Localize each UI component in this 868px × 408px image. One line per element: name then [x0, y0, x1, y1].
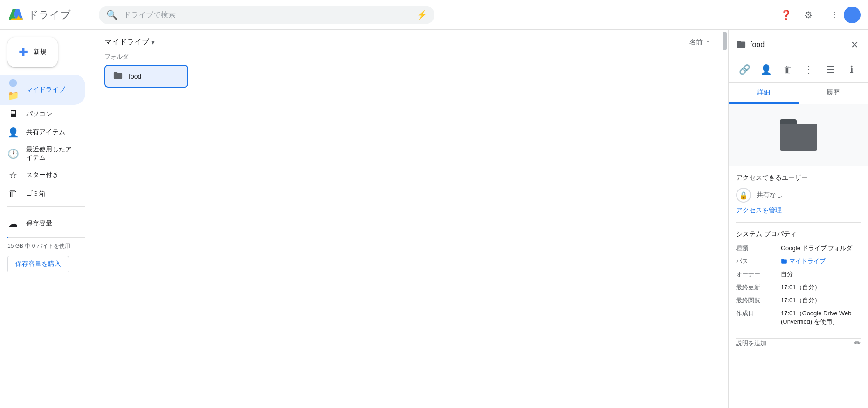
- list-view-button[interactable]: ☰: [821, 60, 839, 79]
- prop-label-created: 作成日: [736, 309, 773, 326]
- sidebar-item-my-drive[interactable]: 📁 マイドライブ: [0, 75, 85, 105]
- sidebar-item-storage[interactable]: ☁ 保存容量: [7, 214, 78, 233]
- sort-label[interactable]: 名前: [689, 38, 703, 47]
- prop-row-modified: 最終更新 17:01（自分）: [736, 283, 861, 292]
- scroll-bar[interactable]: [721, 30, 728, 408]
- storage-label: 保存容量: [26, 219, 52, 228]
- apps-button[interactable]: ⋮⋮: [821, 6, 840, 24]
- sidebar-item-shared[interactable]: 👤 共有アイテム: [0, 123, 85, 142]
- share-link-button[interactable]: 🔗: [736, 60, 754, 79]
- delete-button[interactable]: 🗑: [779, 60, 797, 79]
- access-section: アクセスできるユーザー 🔒 共有なし アクセスを管理: [729, 166, 868, 222]
- main-layout: ✚ 新規 📁 マイドライブ 🖥 パソコン 👤 共有アイテム 🕐 最近使用したアイ…: [0, 30, 868, 408]
- breadcrumb-text: マイドライブ: [104, 37, 149, 47]
- more-options-button[interactable]: ⋮: [800, 60, 818, 79]
- prop-label-modified: 最終更新: [736, 283, 773, 292]
- sidebar-item-label: 最近使用したアイテム: [26, 145, 78, 162]
- prop-label-type: 種類: [736, 244, 773, 252]
- prop-value-type: Google ドライブ フォルダ: [781, 244, 861, 252]
- edit-description-button[interactable]: ✏: [854, 339, 861, 347]
- filter-icon[interactable]: ⚡: [417, 10, 427, 20]
- sidebar-item-trash[interactable]: 🗑 ゴミ箱: [0, 184, 85, 203]
- tab-history[interactable]: 履歴: [799, 83, 868, 104]
- folder-icon: [113, 70, 123, 82]
- right-panel: food ✕ 🔗 👤 🗑 ⋮ ☰ ℹ 詳細 履歴 アクセスできるユーザー 🔒: [728, 30, 868, 408]
- right-panel-folder-icon: [736, 39, 746, 51]
- recent-icon: 🕐: [7, 148, 19, 159]
- new-button[interactable]: ✚ 新規: [7, 37, 58, 67]
- sidebar-item-recent[interactable]: 🕐 最近使用したアイテム: [0, 142, 85, 166]
- prop-value-owner: 自分: [781, 270, 861, 279]
- sort-controls: 名前 ↑: [689, 38, 710, 47]
- right-panel-toolbar: 🔗 👤 🗑 ⋮ ☰ ℹ: [729, 56, 868, 83]
- folder-preview: [780, 119, 817, 151]
- right-panel-title: food: [750, 41, 765, 49]
- description-row: 説明を追加 ✏: [736, 339, 861, 347]
- drive-logo-icon: [7, 7, 24, 23]
- lock-icon: 🔒: [736, 188, 751, 203]
- prop-label-viewed: 最終閲覧: [736, 296, 773, 305]
- breadcrumb[interactable]: マイドライブ ▾: [104, 37, 155, 47]
- search-bar[interactable]: 🔍 ⚡: [99, 6, 434, 24]
- storage-usage-text: 15 GB 中 0 バイトを使用: [7, 242, 85, 250]
- search-icon: 🔍: [106, 9, 118, 20]
- folder-grid: food: [93, 65, 721, 88]
- add-person-button[interactable]: 👤: [758, 60, 775, 79]
- sidebar-item-label: パソコン: [26, 110, 52, 118]
- sidebar-item-label: ゴミ箱: [26, 190, 46, 198]
- shared-icon: 👤: [7, 127, 19, 138]
- content-area: マイドライブ ▾ 名前 ↑ フォルダ food: [93, 30, 721, 408]
- header-icons: ❓ ⚙ ⋮⋮: [777, 6, 861, 24]
- new-button-label: 新規: [34, 48, 47, 56]
- prop-value-created: 17:01（Google Drive Web (Unverified) を使用）: [781, 309, 861, 326]
- prop-value-path: マイドライブ: [781, 257, 861, 265]
- prop-label-owner: オーナー: [736, 270, 773, 279]
- tab-details[interactable]: 詳細: [729, 83, 799, 104]
- search-input[interactable]: [124, 11, 411, 19]
- prop-row-path: パス マイドライブ: [736, 257, 861, 265]
- right-panel-title-area: food: [736, 39, 765, 51]
- right-panel-header: food ✕: [729, 30, 868, 56]
- storage-bar-fill: [7, 237, 8, 238]
- new-plus-icon: ✚: [19, 46, 28, 59]
- sidebar-item-label: マイドライブ: [26, 86, 65, 94]
- folder-item-food[interactable]: food: [104, 65, 188, 88]
- right-panel-close-button[interactable]: ✕: [849, 37, 861, 52]
- access-section-title: アクセスできるユーザー: [736, 174, 861, 182]
- folder-name: food: [129, 73, 141, 80]
- info-button[interactable]: ℹ: [843, 60, 861, 79]
- sidebar: ✚ 新規 📁 マイドライブ 🖥 パソコン 👤 共有アイテム 🕐 最近使用したアイ…: [0, 30, 93, 408]
- help-button[interactable]: ❓: [777, 6, 795, 24]
- buy-storage-button[interactable]: 保存容量を購入: [7, 256, 69, 272]
- sidebar-divider: [7, 206, 85, 207]
- storage-bar-background: [7, 237, 85, 238]
- prop-row-owner: オーナー 自分: [736, 270, 861, 279]
- breadcrumb-dropdown-icon[interactable]: ▾: [151, 38, 155, 47]
- storage-cloud-icon: ☁: [7, 218, 19, 229]
- properties-title: システム プロパティ: [736, 230, 861, 238]
- sort-direction-icon[interactable]: ↑: [706, 39, 710, 46]
- prop-value-viewed: 17:01（自分）: [781, 296, 861, 305]
- settings-button[interactable]: ⚙: [799, 6, 818, 24]
- folder-body: [780, 124, 817, 151]
- description-label: 説明を追加: [736, 339, 766, 347]
- trash-icon: 🗑: [7, 188, 19, 199]
- no-share-text: 共有なし: [757, 191, 783, 199]
- description-section: 説明を追加 ✏: [729, 339, 868, 355]
- sidebar-item-label: 共有アイテム: [26, 128, 65, 136]
- access-item: 🔒 共有なし: [736, 188, 861, 203]
- scroll-thumb[interactable]: [723, 32, 727, 50]
- folder-section-label: フォルダ: [93, 47, 721, 65]
- sidebar-item-label: スター付き: [26, 171, 59, 179]
- starred-icon: ☆: [7, 170, 19, 181]
- app-title: ドライブ: [28, 8, 71, 22]
- avatar[interactable]: [844, 7, 861, 23]
- sidebar-item-starred[interactable]: ☆ スター付き: [0, 166, 85, 184]
- properties-section: システム プロパティ 種類 Google ドライブ フォルダ パス マイドライブ…: [729, 223, 868, 338]
- top-header: ドライブ 🔍 ⚡ ❓ ⚙ ⋮⋮: [0, 0, 868, 30]
- manage-access-link[interactable]: アクセスを管理: [736, 206, 782, 214]
- right-panel-preview: [729, 104, 868, 166]
- storage-section: ☁ 保存容量 15 GB 中 0 バイトを使用 保存容量を購入: [0, 211, 93, 276]
- sidebar-item-computer[interactable]: 🖥 パソコン: [0, 105, 85, 123]
- prop-label-path: パス: [736, 257, 773, 265]
